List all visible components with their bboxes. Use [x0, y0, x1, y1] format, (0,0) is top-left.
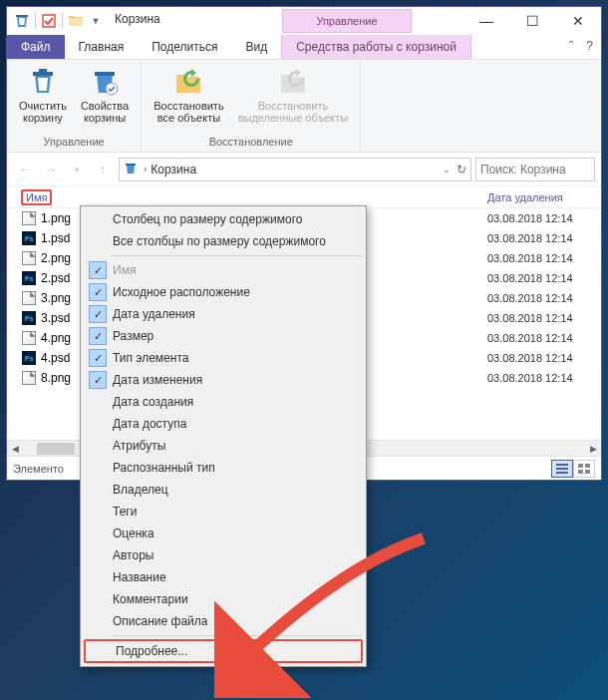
menu-column-toggle[interactable]: Оценка [83, 523, 364, 544]
context-menu-label: Все столбцы по размеру содержимого [113, 234, 326, 248]
file-deleted-date: 03.08.2018 12:14 [487, 352, 601, 364]
tab-file[interactable]: Файл [7, 35, 65, 59]
clear-bin-button[interactable]: Очистить корзину [13, 64, 73, 136]
help-icon[interactable]: ? [586, 39, 593, 53]
column-context-menu: Столбец по размеру содержимогоВсе столбц… [80, 205, 367, 667]
svg-rect-11 [578, 470, 583, 474]
svg-rect-5 [126, 164, 136, 166]
nav-bar: ← → ▾ ↑ › Корзина ⌄ ↻ [7, 153, 601, 186]
minimize-button[interactable]: — [463, 7, 509, 35]
menu-column-toggle[interactable]: Описание файла [83, 610, 364, 632]
file-deleted-date: 03.08.2018 12:14 [487, 292, 601, 304]
menu-column-toggle[interactable]: Распознанный тип [83, 457, 364, 479]
context-menu-label: Авторы [113, 548, 153, 562]
titlebar: ▼ Корзина Управление — ☐ ✕ [7, 7, 601, 35]
menu-column-toggle[interactable]: Теги [83, 501, 364, 523]
scrollbar-thumb[interactable] [37, 443, 75, 455]
recycle-bin-icon[interactable] [13, 12, 31, 30]
restore-selected-icon [277, 66, 309, 98]
context-menu-label: Название [113, 570, 166, 584]
details-view-icon [556, 464, 568, 474]
view-icons-button[interactable] [573, 460, 595, 478]
context-menu-label: Имя [113, 263, 136, 277]
menu-column-toggle[interactable]: Авторы [83, 544, 364, 566]
context-menu-label: Атрибуты [113, 439, 165, 453]
file-deleted-date: 03.08.2018 12:14 [487, 332, 601, 344]
tab-recycle-tools[interactable]: Средства работы с корзиной [281, 35, 471, 59]
checkmark-icon: ✓ [89, 283, 107, 301]
menu-column-toggle: ✓Имя [83, 259, 364, 281]
search-input[interactable] [480, 163, 590, 176]
tab-main[interactable]: Главная [65, 35, 139, 59]
menu-column-toggle[interactable]: Название [83, 566, 364, 588]
qat-folder-icon[interactable] [67, 12, 85, 30]
restore-all-button[interactable]: Восстановить все объекты [148, 64, 229, 136]
nav-history-dropdown-icon[interactable]: ▾ [65, 158, 89, 181]
nav-back-icon[interactable]: ← [13, 158, 37, 181]
menu-column-toggle[interactable]: Комментарии [83, 588, 364, 610]
svg-rect-10 [585, 464, 590, 468]
file-deleted-date: 03.08.2018 12:14 [487, 252, 601, 264]
menu-column-toggle[interactable]: ✓Дата изменения [83, 369, 364, 391]
svg-rect-0 [43, 15, 55, 27]
address-dropdown-icon[interactable]: ⌄ [443, 165, 451, 175]
collapse-ribbon-icon[interactable]: ⌃ [567, 39, 575, 50]
context-menu-label: Комментарии [113, 592, 188, 606]
restore-selected-button: Восстановить выделенные объекты [232, 64, 355, 136]
refresh-icon[interactable]: ↻ [456, 163, 466, 176]
ribbon-group-manage: Очистить корзину Свойства корзины Управл… [7, 60, 142, 152]
menu-column-toggle[interactable]: Владелец [83, 479, 364, 501]
qat-dropdown-icon[interactable]: ▼ [87, 12, 105, 30]
menu-column-toggle[interactable]: Дата создания [83, 391, 364, 413]
close-button[interactable]: ✕ [555, 7, 601, 35]
file-name: 1.psd [41, 231, 70, 245]
maximize-button[interactable]: ☐ [509, 7, 555, 35]
menu-all-columns[interactable]: Все столбцы по размеру содержимого [83, 230, 364, 252]
menu-separator [113, 635, 362, 636]
view-details-button[interactable] [551, 460, 573, 478]
checkmark-icon: ✓ [89, 327, 107, 345]
recycle-bin-icon [124, 162, 140, 177]
svg-rect-2 [39, 69, 47, 72]
menu-column-toggle[interactable]: ✓Размер [83, 325, 364, 347]
ribbon: Очистить корзину Свойства корзины Управл… [7, 59, 601, 153]
qat-checkbox-icon[interactable] [40, 12, 58, 30]
checkmark-icon: ✓ [89, 305, 107, 323]
nav-forward-icon[interactable]: → [39, 158, 63, 181]
status-text: Элементо [13, 463, 64, 475]
scroll-right-icon[interactable]: ▶ [585, 444, 601, 454]
column-header-deleted[interactable]: Дата удаления [487, 191, 601, 203]
menu-more[interactable]: Подробнее... [84, 639, 363, 663]
file-name: 4.psd [41, 351, 70, 365]
search-box[interactable] [475, 158, 595, 181]
bin-properties-button[interactable]: Свойства корзины [75, 64, 135, 136]
file-name: 2.png [41, 251, 71, 265]
tab-view[interactable]: Вид [231, 35, 281, 59]
file-name: 1.png [41, 211, 71, 225]
menu-column-toggle[interactable]: ✓Дата удаления [83, 303, 364, 325]
svg-rect-12 [585, 470, 590, 474]
restore-all-icon [172, 66, 204, 98]
image-file-icon [21, 250, 37, 266]
context-menu-label: Столбец по размеру содержимого [113, 212, 302, 226]
tab-share[interactable]: Поделиться [138, 35, 231, 59]
menu-column-toggle[interactable]: Дата доступа [83, 413, 364, 435]
menu-size-column[interactable]: Столбец по размеру содержимого [83, 208, 364, 230]
psd-file-icon: Ps [21, 350, 37, 366]
file-deleted-date: 03.08.2018 12:14 [487, 372, 601, 384]
menu-column-toggle[interactable]: Атрибуты [83, 435, 364, 457]
menu-column-toggle[interactable]: ✓Исходное расположение [83, 281, 364, 303]
menu-column-toggle[interactable]: ✓Тип элемента [83, 347, 364, 369]
address-segment[interactable]: Корзина [151, 163, 196, 176]
image-file-icon [21, 370, 37, 386]
column-header-name[interactable]: Имя [7, 190, 59, 204]
chevron-right-icon[interactable]: › [144, 164, 147, 175]
image-file-icon [21, 210, 37, 226]
checkmark-icon: ✓ [89, 261, 107, 279]
address-bar[interactable]: › Корзина ⌄ ↻ [119, 158, 471, 181]
context-menu-label: Дата изменения [113, 373, 202, 387]
psd-file-icon: Ps [21, 230, 37, 246]
nav-up-icon[interactable]: ↑ [91, 158, 115, 181]
scroll-left-icon[interactable]: ◀ [7, 444, 23, 454]
checkmark-icon: ✓ [89, 371, 107, 389]
